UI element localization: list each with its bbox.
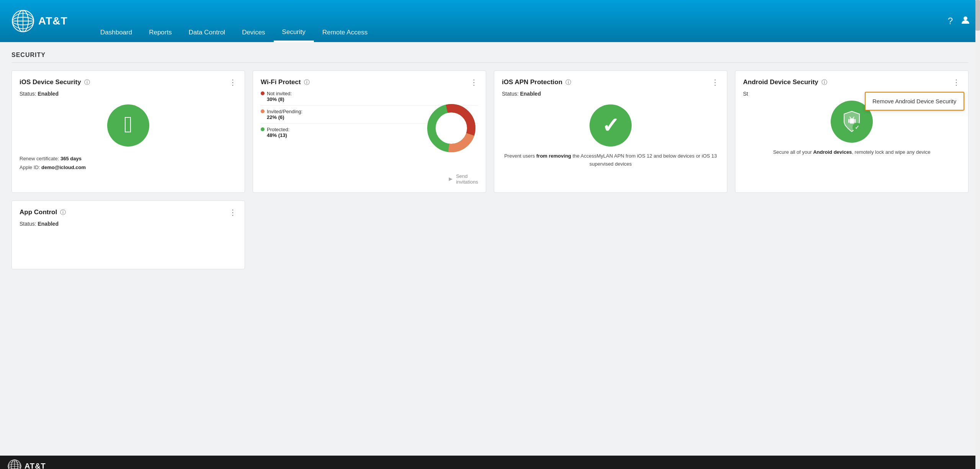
- remove-android-security-button[interactable]: Remove Android Device Security: [866, 93, 964, 110]
- ios-renew-row: Renew certificate: 365 days: [20, 154, 237, 163]
- ios-title-row: iOS Device Security ⓘ: [20, 78, 90, 86]
- wifi-card-header: Wi-Fi Protect ⓘ ⋮: [261, 78, 478, 86]
- nav-security[interactable]: Security: [274, 24, 314, 42]
- protected-dot: [261, 127, 265, 131]
- apn-check-icon-circle: ✓: [590, 104, 632, 147]
- ios-appleid-row: Apple ID: demo@icloud.com: [20, 163, 237, 172]
- scrollbar-thumb[interactable]: [975, 0, 980, 31]
- wifi-title-row: Wi-Fi Protect ⓘ: [261, 78, 310, 86]
- app-control-title: App Control: [20, 208, 57, 216]
- ios-details: Renew certificate: 365 days Apple ID: de…: [20, 154, 237, 172]
- invited-pending-value: 22% (6): [267, 114, 302, 120]
- protected-text: Protected: 48% (13): [267, 127, 289, 138]
- send-icon: ►: [448, 176, 454, 182]
- not-invited-value: 30% (8): [267, 96, 292, 102]
- svg-point-10: [438, 115, 465, 142]
- nav-reports[interactable]: Reports: [140, 24, 180, 42]
- footer-globe-icon: [8, 459, 21, 469]
- cards-row2: App Control ⓘ ⋮ Status: Enabled: [11, 200, 969, 269]
- ios-status-value: Enabled: [38, 91, 58, 97]
- apn-card-header: iOS APN Protection ⓘ ⋮: [502, 78, 719, 86]
- checkmark-icon: ✓: [602, 115, 619, 136]
- donut-chart: [425, 101, 478, 155]
- apn-help-icon[interactable]: ⓘ: [565, 79, 571, 86]
- nav-data-control[interactable]: Data Control: [180, 24, 234, 42]
- ios-card-header: iOS Device Security ⓘ ⋮: [20, 78, 237, 86]
- apn-title-row: iOS APN Protection ⓘ: [502, 78, 571, 86]
- android-menu-icon[interactable]: ⋮: [952, 78, 960, 86]
- svg-rect-13: [850, 118, 854, 124]
- nav-remote-access[interactable]: Remote Access: [314, 24, 376, 42]
- ios-card-title: iOS Device Security: [20, 78, 81, 86]
- protected-label: Protected:: [267, 127, 289, 132]
- app-control-title-row: App Control ⓘ: [20, 208, 66, 216]
- apn-status-value: Enabled: [520, 91, 541, 97]
- protected-value: 48% (13): [267, 132, 289, 138]
- ios-device-security-card: iOS Device Security ⓘ ⋮ Status: Enabled …: [11, 70, 245, 193]
- invited-pending-label: Invited/Pending:: [267, 109, 302, 114]
- header-actions: ?: [938, 0, 980, 42]
- section-title: SECURITY: [11, 52, 969, 63]
- app-control-header: App Control ⓘ ⋮: [20, 208, 237, 216]
- svg-rect-11: [848, 119, 849, 123]
- ios-appleid-value: demo@icloud.com: [41, 164, 86, 170]
- ios-menu-icon[interactable]: ⋮: [229, 78, 237, 86]
- app-control-status-label: Status:: [20, 221, 36, 227]
- not-invited-text: Not invited: 30% (8): [267, 91, 292, 102]
- att-globe-icon: [11, 10, 34, 33]
- header: AT&T Dashboard Reports Data Control Devi…: [0, 0, 980, 42]
- ios-status: Status: Enabled: [20, 91, 237, 97]
- scrollbar-track: [975, 0, 980, 469]
- apple-icon-circle: : [107, 104, 149, 147]
- logo-area: AT&T: [0, 0, 84, 42]
- ios-renew-label: Renew certificate:: [20, 156, 59, 161]
- ios-appleid-label: Apple ID:: [20, 164, 40, 170]
- android-shield-svg: ✓: [840, 109, 864, 134]
- apn-status-label: Status:: [502, 91, 519, 97]
- android-help-icon[interactable]: ⓘ: [822, 79, 827, 86]
- android-card-header: Android Device Security ⓘ ⋮: [743, 78, 960, 86]
- android-description: Secure all of your Android devices, remo…: [743, 148, 960, 156]
- apple-logo-icon: : [124, 113, 132, 136]
- svg-point-6: [964, 16, 967, 20]
- ios-status-label: Status:: [20, 91, 36, 97]
- footer-logo: AT&T: [8, 459, 46, 469]
- apn-bold-text: from removing: [536, 153, 571, 159]
- footer: AT&T: [0, 456, 980, 469]
- android-security-card: Android Device Security ⓘ ⋮ Remove Andro…: [735, 70, 969, 193]
- wifi-card-title: Wi-Fi Protect: [261, 78, 301, 86]
- apn-status: Status: Enabled: [502, 91, 719, 97]
- apn-menu-icon[interactable]: ⋮: [711, 78, 719, 86]
- ios-renew-value: 365 days: [60, 156, 82, 161]
- app-control-status: Status: Enabled: [20, 221, 237, 227]
- svg-text:✓: ✓: [855, 124, 859, 130]
- cards-grid: iOS Device Security ⓘ ⋮ Status: Enabled …: [11, 70, 969, 193]
- page-content: SECURITY iOS Device Security ⓘ ⋮ Status:…: [0, 42, 980, 456]
- app-control-status-value: Enabled: [38, 221, 58, 227]
- user-button[interactable]: [959, 13, 972, 29]
- android-bold-text: Android devices: [813, 149, 852, 155]
- wifi-menu-icon[interactable]: ⋮: [470, 78, 478, 86]
- footer-brand-text: AT&T: [24, 462, 46, 469]
- android-status-text: St: [743, 91, 748, 97]
- android-title-row: Android Device Security ⓘ: [743, 78, 827, 86]
- apn-description: Prevent users from removing the AccessMy…: [502, 152, 719, 168]
- not-invited-label: Not invited:: [267, 91, 292, 96]
- ios-apn-card: iOS APN Protection ⓘ ⋮ Status: Enabled ✓…: [494, 70, 727, 193]
- android-dropdown-menu: Remove Android Device Security: [865, 92, 964, 111]
- invited-pending-text: Invited/Pending: 22% (6): [267, 109, 302, 120]
- wifi-help-icon[interactable]: ⓘ: [304, 79, 310, 86]
- nav-dashboard[interactable]: Dashboard: [92, 24, 140, 42]
- donut-svg: [425, 101, 478, 155]
- invited-pending-dot: [261, 109, 265, 113]
- app-control-card: App Control ⓘ ⋮ Status: Enabled: [11, 200, 245, 269]
- nav-devices[interactable]: Devices: [234, 24, 273, 42]
- app-control-help-icon[interactable]: ⓘ: [60, 209, 66, 216]
- send-invitations-label: Sendinvitations: [456, 173, 478, 185]
- main-nav: Dashboard Reports Data Control Devices S…: [84, 0, 938, 42]
- help-button[interactable]: ?: [946, 14, 955, 28]
- send-invitations-button[interactable]: ► Sendinvitations: [448, 173, 478, 185]
- app-control-menu-icon[interactable]: ⋮: [229, 208, 237, 216]
- ios-help-icon[interactable]: ⓘ: [84, 79, 90, 86]
- not-invited-dot: [261, 91, 265, 95]
